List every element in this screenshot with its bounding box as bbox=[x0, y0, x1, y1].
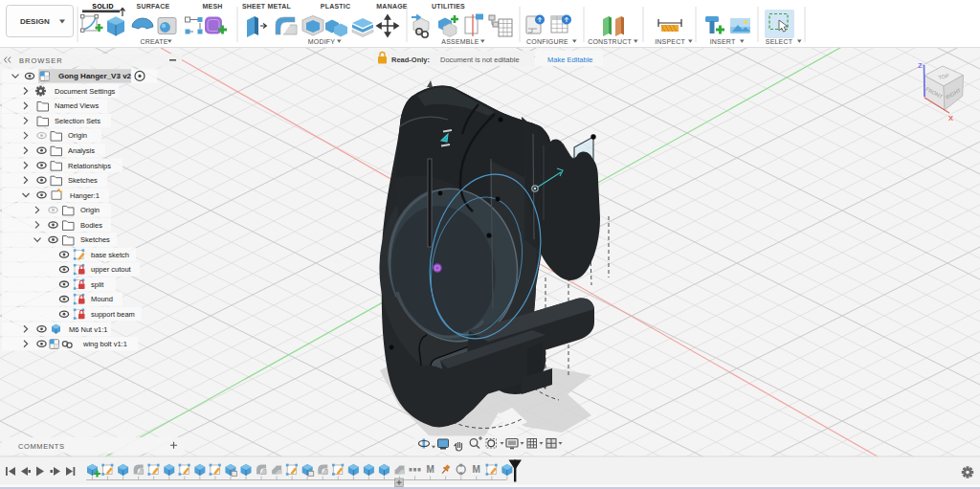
svg-text:PLASTIC: PLASTIC bbox=[321, 3, 350, 10]
svg-text:Analysis: Analysis bbox=[68, 146, 95, 155]
svg-text:SELECT: SELECT bbox=[766, 38, 793, 45]
svg-text:UTILITIES: UTILITIES bbox=[432, 3, 465, 10]
svg-text:MANAGE: MANAGE bbox=[376, 3, 407, 10]
svg-text:ASSEMBLE: ASSEMBLE bbox=[441, 38, 479, 45]
svg-text:CONSTRUCT: CONSTRUCT bbox=[588, 38, 632, 45]
svg-text:support beam: support beam bbox=[91, 310, 135, 319]
svg-text:Bodies: Bodies bbox=[80, 221, 102, 230]
svg-text:COMMENTS: COMMENTS bbox=[18, 442, 65, 451]
svg-text:MODIFY: MODIFY bbox=[308, 38, 336, 45]
svg-text:Mound: Mound bbox=[91, 295, 113, 303]
svg-text:BROWSER: BROWSER bbox=[19, 56, 63, 65]
svg-text:Document Settings: Document Settings bbox=[55, 87, 116, 96]
svg-text:upper cutout: upper cutout bbox=[91, 265, 132, 274]
svg-text:CREATE: CREATE bbox=[140, 38, 167, 45]
svg-text:MESH: MESH bbox=[202, 3, 222, 10]
svg-text:Document is not editable: Document is not editable bbox=[440, 56, 520, 64]
svg-text:DESIGN: DESIGN bbox=[20, 17, 50, 26]
svg-text:Selection Sets: Selection Sets bbox=[55, 117, 100, 125]
svg-text:wing bolt v1:1: wing bolt v1:1 bbox=[82, 340, 127, 348]
svg-text:INSERT: INSERT bbox=[710, 38, 736, 45]
svg-text:M6 Nut v1:1: M6 Nut v1:1 bbox=[69, 325, 107, 334]
svg-text:M: M bbox=[426, 464, 434, 475]
svg-text:SURFACE: SURFACE bbox=[137, 3, 170, 10]
svg-text:Make Editable: Make Editable bbox=[547, 56, 593, 64]
svg-text:Origin: Origin bbox=[68, 131, 87, 140]
svg-text:Named Views: Named Views bbox=[55, 101, 99, 110]
svg-text:base sketch: base sketch bbox=[91, 251, 129, 259]
svg-text:Hanger:1: Hanger:1 bbox=[70, 191, 100, 200]
svg-text:CONFIGURE: CONFIGURE bbox=[526, 38, 568, 45]
svg-text:SHEET METAL: SHEET METAL bbox=[242, 3, 292, 10]
svg-text:SOLID: SOLID bbox=[92, 3, 113, 10]
svg-text:M: M bbox=[473, 464, 480, 475]
svg-text:X: X bbox=[948, 114, 953, 122]
svg-text:Read-Only:: Read-Only: bbox=[391, 56, 430, 64]
svg-text:Sketches: Sketches bbox=[68, 176, 98, 185]
svg-text:Z: Z bbox=[918, 61, 923, 70]
svg-text:Gong Hanger_V3 v2: Gong Hanger_V3 v2 bbox=[58, 72, 132, 80]
svg-text:INSPECT: INSPECT bbox=[655, 38, 685, 45]
svg-text:Sketches: Sketches bbox=[80, 235, 110, 244]
svg-text:split: split bbox=[91, 280, 104, 289]
svg-text:Origin: Origin bbox=[80, 206, 100, 214]
svg-text:Relationships: Relationships bbox=[68, 162, 111, 170]
